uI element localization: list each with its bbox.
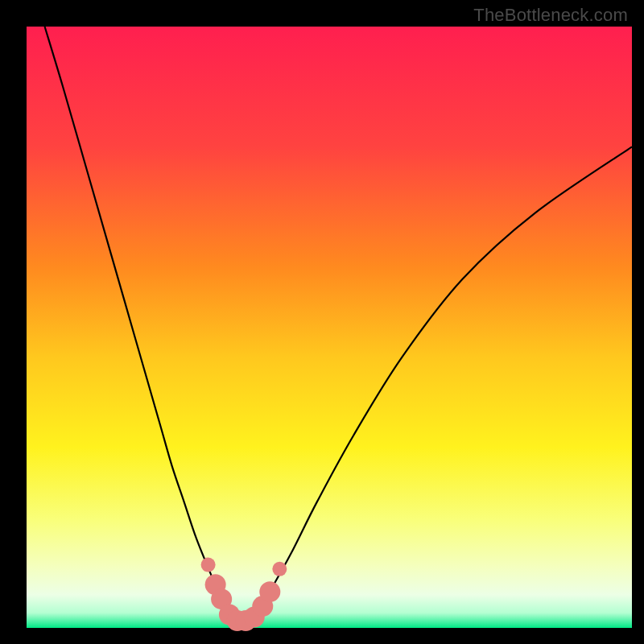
marker-dot (259, 581, 280, 602)
chart-root: TheBottleneck.com (0, 0, 644, 644)
marker-dot (272, 562, 287, 576)
plot-background (27, 27, 632, 628)
chart-canvas (0, 0, 644, 644)
marker-dot (201, 558, 216, 572)
